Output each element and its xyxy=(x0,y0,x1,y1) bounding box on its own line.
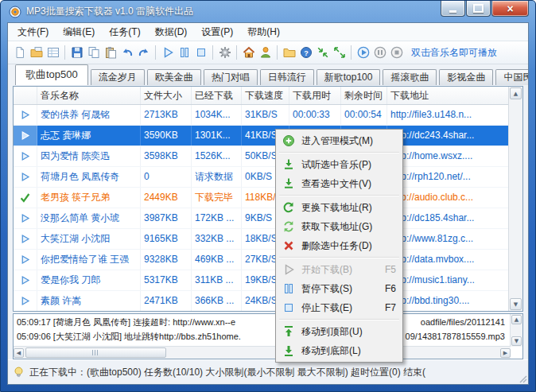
tab-minyue[interactable]: 中国民乐 xyxy=(495,69,529,85)
tab-yaogun[interactable]: 摇滚歌曲 xyxy=(383,69,437,85)
tab-oumei[interactable]: 欧美金曲 xyxy=(147,69,201,85)
ctx-item-label: 获取下载地址(G) xyxy=(301,220,372,234)
log-text: 09/14381787815559.mp3 xyxy=(406,331,519,343)
play-row-icon[interactable] xyxy=(14,167,37,187)
column-header-speed[interactable]: 下载速度 xyxy=(242,87,289,104)
column-header-name[interactable]: 音乐名称 xyxy=(37,87,141,104)
ctx-item-move-to-bottom[interactable]: 移动到底部(L) xyxy=(278,341,401,360)
downloaded-check-icon[interactable] xyxy=(14,188,37,208)
list-view-icon[interactable] xyxy=(45,44,61,61)
tab-rihan[interactable]: 日韩流行 xyxy=(260,69,314,85)
cell-size: 0 xyxy=(141,167,192,187)
ctx-item-change-url[interactable]: 更换下载地址(R) xyxy=(278,198,401,217)
ctx-item-delete-task[interactable]: 删除选中任务(D) xyxy=(278,236,401,255)
column-header-size[interactable]: 文件大小 xyxy=(141,87,192,104)
pause-icon[interactable] xyxy=(176,44,192,61)
help-icon[interactable]: ? xyxy=(297,44,314,61)
table-row[interactable]: 忐忑 龚琳娜3590KB1301K...41KB/Shttp://dc243.4… xyxy=(14,126,509,146)
stop-icon[interactable] xyxy=(192,44,209,61)
log-scroll-down-arrow[interactable]: ▼ xyxy=(511,336,522,346)
ctx-item-pause-download[interactable]: 暂停下载(S)F6 xyxy=(278,279,401,298)
log-scroll-left-arrow[interactable]: ◀ xyxy=(14,348,24,358)
tab-xinge100[interactable]: 新歌top100 xyxy=(317,69,381,85)
settings-icon[interactable] xyxy=(216,44,233,61)
download-icon xyxy=(282,158,296,171)
column-header-time_used[interactable]: 下载用时 xyxy=(289,87,341,104)
play-row-icon[interactable] xyxy=(14,105,37,125)
table-row[interactable]: 爱的供养 何晟铭2713KB1034K...31KB/S00:00:3300:0… xyxy=(14,105,509,126)
cell-name: 忐忑 龚琳娜 xyxy=(37,126,141,146)
menu-item-data[interactable]: 数据(D) xyxy=(148,23,195,41)
save-icon[interactable] xyxy=(68,44,85,61)
ctx-item-preview-selected[interactable]: 试听选中音乐(P) xyxy=(278,155,401,174)
resize-grip[interactable] xyxy=(518,374,527,383)
play-circle-icon[interactable] xyxy=(355,44,371,61)
shrink-icon[interactable] xyxy=(314,44,331,61)
tab-liujin[interactable]: 流金岁月 xyxy=(91,69,145,85)
log-horizontal-scrollbar[interactable]: ◀ ▶ xyxy=(14,346,511,359)
menu-item-edit[interactable]: 编辑(E) xyxy=(56,23,102,41)
play-icon[interactable] xyxy=(159,44,176,61)
play-row-icon[interactable] xyxy=(14,291,37,311)
minimize-button[interactable] xyxy=(441,1,465,17)
table-row[interactable]: 因为爱情 陈奕迅3598KB1526K...50KB/Shttp://home.… xyxy=(14,146,509,167)
log-vertical-scrollbar[interactable]: ▲ ▼ xyxy=(510,314,522,347)
log-scroll-right-arrow[interactable]: ▶ xyxy=(500,348,511,358)
table-row[interactable]: 素颜 许嵩2471KB366KB ...24KB/Shttp://bbd.tin… xyxy=(14,291,509,312)
undo-icon[interactable] xyxy=(118,44,135,61)
ctx-item-move-to-top[interactable]: 移动到顶部(U) xyxy=(278,322,401,341)
menu-item-settings[interactable]: 设置(P) xyxy=(194,23,240,41)
user-icon[interactable] xyxy=(257,44,274,61)
home-icon[interactable] xyxy=(240,44,257,61)
table-row[interactable]: 你把爱情给了谁 王强9328KB469KB ...27KB/Shttp://da… xyxy=(14,250,509,270)
pause-icon xyxy=(282,282,296,295)
cell-size: 2471KB xyxy=(141,291,192,311)
table-row[interactable]: 荷塘月色 凤凰传奇0请求数据0KB/Shttp://rph120.net/... xyxy=(14,167,509,188)
close-button[interactable]: × xyxy=(491,1,529,17)
tab-top500[interactable]: 歌曲top500 xyxy=(15,64,88,85)
open-file-icon[interactable] xyxy=(28,44,45,61)
column-header-icon[interactable] xyxy=(14,87,37,104)
new-file-icon[interactable] xyxy=(11,44,28,61)
table-row[interactable]: 大笑江湖 小沈阳9165KB332KB ...18KB/Shttp://www.… xyxy=(14,229,509,250)
table-row[interactable]: 老男孩 筷子兄弟2449KB下载完毕118KB/Shttp://audio.cl… xyxy=(14,188,509,208)
menu-item-file[interactable]: 文件(F) xyxy=(10,23,56,41)
ctx-item-get-url[interactable]: 获取下载地址(G) xyxy=(278,217,401,236)
log-scroll-thumb[interactable] xyxy=(25,347,166,358)
column-header-downloaded[interactable]: 已经下载 xyxy=(192,87,242,104)
play-row-icon[interactable] xyxy=(14,146,37,166)
expand-icon[interactable] xyxy=(331,44,348,61)
ctx-item-enter-manage-mode[interactable]: 进入管理模式(M) xyxy=(278,131,401,150)
refresh-icon xyxy=(282,201,296,214)
tab-yingshi[interactable]: 影视金曲 xyxy=(439,69,493,85)
scroll-down-arrow[interactable]: ▼ xyxy=(510,298,522,310)
ctx-item-stop-download[interactable]: 停止下载(E)F7 xyxy=(278,298,401,317)
column-header-url[interactable]: 下载地址 xyxy=(387,87,509,104)
play-row-icon[interactable] xyxy=(14,208,37,228)
play-row-icon[interactable] xyxy=(14,126,37,146)
paste-icon[interactable] xyxy=(102,44,118,61)
maximize-button[interactable] xyxy=(466,1,491,17)
play-row-icon[interactable] xyxy=(14,250,37,270)
menu-item-task[interactable]: 任务(T) xyxy=(102,23,147,41)
ctx-item-view-selected-file[interactable]: 查看选中文件(V) xyxy=(278,174,401,193)
table-row[interactable]: 没那么简单 黄小琥3987KB172KB ...9KB/Shttp://dc18… xyxy=(14,208,509,229)
scroll-up-arrow[interactable]: ▲ xyxy=(510,87,522,99)
ctx-item-label: 暂停下载(S) xyxy=(301,282,352,296)
copy-icon[interactable] xyxy=(85,44,102,61)
table-row[interactable]: 爱是你我 刀郎5317KB311KB ...19KB/Shttp://music… xyxy=(14,270,509,291)
play-row-icon[interactable] xyxy=(14,229,37,249)
toolbar-separator xyxy=(277,45,278,60)
tab-duichang[interactable]: 热门对唱 xyxy=(204,69,258,85)
folder-icon[interactable] xyxy=(281,44,297,61)
log-scroll-up-arrow[interactable]: ▲ xyxy=(511,315,522,324)
stop-circle-icon[interactable] xyxy=(388,44,405,61)
play-row-icon[interactable] xyxy=(14,270,37,290)
cell-size: 9328KB xyxy=(141,250,192,270)
pause-circle-icon[interactable] xyxy=(371,44,388,61)
redo-icon[interactable] xyxy=(135,44,152,61)
table-vertical-scrollbar[interactable]: ▲ ▼ xyxy=(508,87,522,311)
menu-item-help[interactable]: 帮助(H) xyxy=(240,23,287,41)
cell-name: 你把爱情给了谁 王强 xyxy=(37,250,141,270)
column-header-time_left[interactable]: 剩余时间 xyxy=(341,87,387,104)
